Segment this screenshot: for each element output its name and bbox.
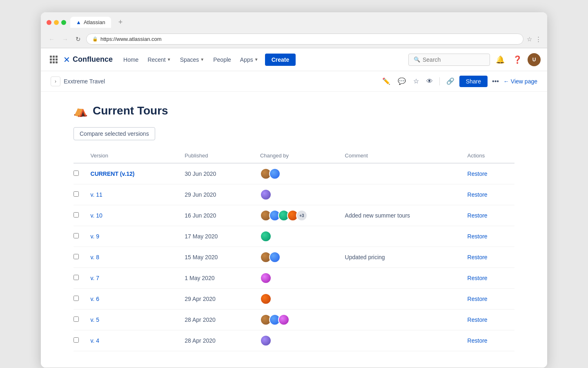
row-checkbox-v10[interactable]: [74, 212, 79, 218]
minimize-traffic-light[interactable]: [54, 20, 59, 25]
th-actions: Actions: [468, 148, 514, 163]
search-box[interactable]: 🔍: [408, 54, 490, 66]
row-checkbox-cell: [74, 163, 91, 184]
version-cell-v8[interactable]: v. 8: [91, 247, 185, 268]
changed-by-cell: [260, 330, 345, 351]
version-cell-v7[interactable]: v. 7: [91, 268, 185, 289]
restore-link-v9[interactable]: Restore: [468, 233, 488, 240]
bookmark-button[interactable]: ☆: [527, 36, 532, 43]
more-actions-button[interactable]: •••: [490, 76, 501, 87]
version-cell-v5[interactable]: v. 5: [91, 310, 185, 330]
new-tab-button[interactable]: +: [115, 16, 126, 28]
actions-cell: Restore: [468, 247, 514, 268]
row-checkbox-v8[interactable]: [74, 254, 79, 259]
nav-links: Home Recent ▼ Spaces ▼ People Apps ▼ Cre…: [119, 54, 296, 66]
star-button[interactable]: ☆: [411, 75, 421, 87]
restore-link-v7[interactable]: Restore: [468, 275, 488, 281]
versions-table: Version Published Changed by Comment Act: [74, 148, 514, 351]
app-switcher-button[interactable]: [47, 53, 60, 66]
restore-link-v8[interactable]: Restore: [468, 254, 488, 260]
search-input[interactable]: [423, 56, 485, 63]
restore-link-v4[interactable]: Restore: [468, 337, 488, 344]
version-cell-v4[interactable]: v. 4: [91, 330, 185, 351]
actions-cell: Restore: [468, 163, 514, 184]
comment-cell: [345, 184, 468, 205]
browser-window: ▲ Atlassian + ← → ↻ 🔒 https://www.atlass…: [41, 12, 547, 368]
people-nav-link[interactable]: People: [209, 54, 235, 65]
home-nav-link[interactable]: Home: [119, 54, 143, 65]
compare-versions-button[interactable]: Compare selected versions: [74, 127, 155, 140]
published-cell: 17 May 2020: [185, 226, 260, 247]
row-checkbox-v7[interactable]: [74, 275, 79, 280]
th-version: Version: [91, 148, 185, 163]
close-traffic-light[interactable]: [47, 20, 51, 25]
row-checkbox-v6[interactable]: [74, 296, 79, 301]
copy-link-button[interactable]: 🔗: [444, 75, 457, 87]
spaces-nav-link[interactable]: Spaces ▼: [176, 54, 209, 65]
row-checkbox-v9[interactable]: [74, 233, 79, 238]
th-changed-by: Changed by: [260, 148, 345, 163]
actions-cell: Restore: [468, 226, 514, 247]
share-button[interactable]: Share: [459, 76, 488, 87]
version-cell-v9[interactable]: v. 9: [91, 226, 185, 247]
comment-cell: [345, 330, 468, 351]
refresh-button[interactable]: ↻: [74, 34, 83, 44]
table-row: v. 9 17 May 2020 Restore: [74, 226, 514, 247]
table-row: CURRENT (v.12) 30 Jun 2020 Restore: [74, 163, 514, 184]
page-actions: ✏️ 💬 ☆ 👁 🔗 Share ••• ← View page: [380, 75, 537, 87]
confluence-logo-icon: ✕: [63, 55, 70, 65]
maximize-traffic-light[interactable]: [61, 20, 66, 25]
restore-link-v10[interactable]: Restore: [468, 212, 488, 219]
restore-link-current[interactable]: Restore: [468, 171, 488, 177]
browser-chrome: ▲ Atlassian + ← → ↻ 🔒 https://www.atlass…: [41, 12, 547, 48]
forward-button[interactable]: →: [60, 34, 70, 44]
back-button[interactable]: ←: [47, 34, 57, 44]
row-checkbox-current[interactable]: [74, 171, 79, 176]
comment-button[interactable]: 💬: [395, 75, 408, 87]
page-title-section: ⛺ Current Tours: [74, 104, 514, 117]
traffic-lights: [47, 20, 66, 25]
row-checkbox-cell: [74, 310, 91, 330]
recent-nav-link[interactable]: Recent ▼: [143, 54, 175, 65]
version-cell-v6[interactable]: v. 6: [91, 289, 185, 310]
table-row: v. 7 1 May 2020 Restore: [74, 268, 514, 289]
restore-link-v6[interactable]: Restore: [468, 296, 488, 302]
help-button[interactable]: ❓: [510, 54, 524, 66]
watch-button[interactable]: 👁: [424, 76, 435, 87]
user-avatar[interactable]: U: [528, 53, 541, 66]
actions-cell: Restore: [468, 268, 514, 289]
apps-nav-link[interactable]: Apps ▼: [236, 54, 263, 65]
action-separator: [439, 77, 440, 85]
row-checkbox-cell: [74, 226, 91, 247]
main-content: ⛺ Current Tours Compare selected version…: [41, 92, 547, 368]
browser-menu-button[interactable]: ⋮: [535, 36, 541, 43]
row-checkbox-v5[interactable]: [74, 316, 79, 322]
published-cell: 30 Jun 2020: [185, 163, 260, 184]
changed-by-cell: [260, 247, 345, 268]
confluence-logo-text: Confluence: [73, 55, 113, 64]
table-header-row: Version Published Changed by Comment Act: [74, 148, 514, 163]
restore-link-v11[interactable]: Restore: [468, 191, 488, 198]
table-row: v. 5 28 Apr 2020 Restore: [74, 310, 514, 330]
published-cell: 16 Jun 2020: [185, 205, 260, 226]
actions-cell: Restore: [468, 205, 514, 226]
sidebar-toggle-button[interactable]: ›: [51, 76, 60, 86]
comment-cell: [345, 163, 468, 184]
address-bar: 🔒 https://www.atlassian.com: [86, 34, 523, 45]
table-row: v. 6 29 Apr 2020 Restore: [74, 289, 514, 310]
version-cell-v10[interactable]: v. 10: [91, 205, 185, 226]
browser-tab[interactable]: ▲ Atlassian: [70, 17, 111, 28]
edit-button[interactable]: ✏️: [380, 75, 393, 87]
changed-by-cell: [260, 163, 345, 184]
published-cell: 28 Apr 2020: [185, 310, 260, 330]
row-checkbox-v11[interactable]: [74, 191, 79, 197]
restore-link-v5[interactable]: Restore: [468, 316, 488, 323]
create-button[interactable]: Create: [265, 54, 296, 66]
view-page-button[interactable]: ← View page: [503, 78, 537, 85]
breadcrumb-bar: › Exxtreme Travel ✏️ 💬 ☆ 👁 🔗 Share ••• ←…: [41, 71, 547, 92]
row-checkbox-v4[interactable]: [74, 337, 79, 343]
actions-cell: Restore: [468, 289, 514, 310]
actions-cell: Restore: [468, 184, 514, 205]
version-cell-v11[interactable]: v. 11: [91, 184, 185, 205]
notifications-button[interactable]: 🔔: [493, 54, 507, 66]
